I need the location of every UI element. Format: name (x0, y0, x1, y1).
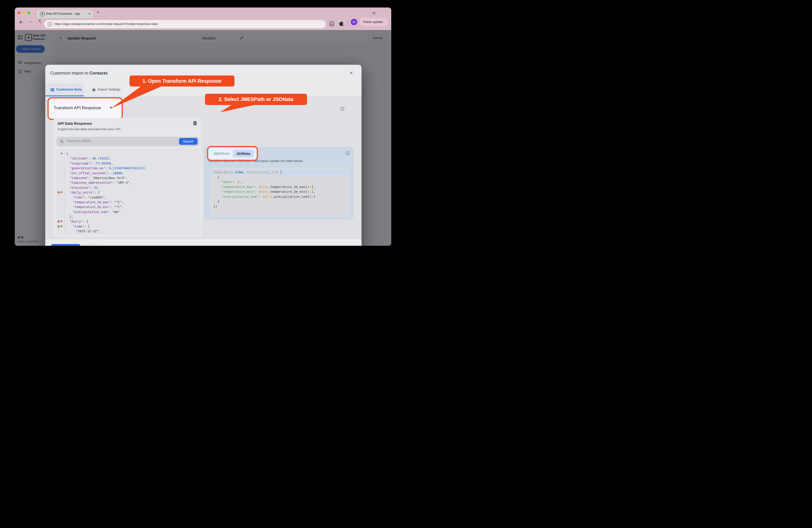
finish-update-label: Finish update (363, 20, 382, 24)
json-line: ▼"daily": { (57, 219, 199, 224)
tab-customize-data[interactable]: Customize Data (45, 83, 84, 96)
chevron-down-icon: ▼ (109, 106, 113, 109)
collapse-caret-icon[interactable]: ▼ (61, 190, 62, 195)
code-line: "temperature_max": daily.temperature_2m_… (210, 185, 348, 190)
new-tab-button[interactable]: + (97, 10, 99, 15)
profile-avatar[interactable]: m (351, 19, 357, 25)
tab-search-icon[interactable] (372, 11, 376, 15)
target-icon[interactable] (58, 191, 60, 194)
table-icon (50, 88, 55, 92)
mode-toggle-highlight: JMESPath JSONata (207, 146, 258, 161)
reload-icon[interactable] (36, 20, 41, 25)
fx-extension-icon[interactable]: fx (329, 21, 334, 27)
json-line: "generationtime_ms": 0.13148784637451172… (57, 166, 199, 171)
gear-icon (92, 88, 96, 92)
clipboard-icon[interactable] (192, 120, 198, 126)
tab-close-icon[interactable]: × (88, 12, 90, 16)
modal-footer: Save & Import Cancel (45, 239, 362, 246)
collapse-caret-icon[interactable]: ▼ (61, 219, 62, 224)
json-line: "temperature_2m_max": "°C", (57, 200, 199, 205)
extensions-puzzle-icon[interactable] (339, 21, 344, 27)
api-panel-title: API Data Response (58, 121, 92, 126)
code-rows: $map(daily.time, function($t, $i) { { "d… (210, 168, 348, 209)
code-line: }) (210, 204, 348, 209)
customize-import-modal: Customize Import to Contacts × Customize… (45, 65, 362, 246)
search-button[interactable]: Search (179, 138, 198, 145)
target-icon[interactable] (58, 220, 60, 223)
json-line: ▼"daily_units": { (57, 190, 199, 195)
info-icon[interactable] (346, 151, 350, 155)
traffic-light-close[interactable] (17, 11, 20, 14)
tab-title: Note API Connector - App (46, 12, 80, 15)
code-line: { (210, 175, 348, 180)
json-rows: ▼{"latitude": 40.710335,"longitude": -73… (57, 151, 199, 234)
svg-text:fx: fx (331, 23, 333, 25)
kebab-menu-icon[interactable]: ⋮ (382, 20, 386, 24)
finish-update-button[interactable]: Finish update ⋮ (360, 18, 388, 26)
transform-api-response-dropdown[interactable]: Transform API Response ▼ (49, 99, 121, 118)
json-search-bar: Search (57, 137, 199, 146)
json-line: "timezone_abbreviation": "GMT-5", (57, 180, 199, 185)
info-icon[interactable] (340, 107, 345, 111)
json-line: ▼"time": [ (57, 224, 199, 229)
app-page: A Note API Connector + New request Integ… (15, 30, 391, 246)
traffic-light-zoom[interactable] (28, 11, 30, 14)
code-line: "temperature_min": daily.temperature_2m_… (210, 189, 348, 194)
json-viewer[interactable]: ▼{"latitude": 40.710335,"longitude": -73… (57, 149, 199, 234)
save-import-button[interactable]: Save & Import (51, 244, 80, 246)
mode-jmespath[interactable]: JMESPath (211, 152, 232, 156)
json-line: "latitude": 40.710335, (57, 156, 199, 161)
json-line: }, (57, 214, 199, 219)
forward-icon[interactable] (28, 20, 32, 25)
cancel-button[interactable]: Cancel (84, 244, 102, 246)
browser-tab[interactable]: A Note API Connector - App × (37, 10, 93, 18)
modal-title: Customize Import to Contacts (50, 71, 108, 76)
api-panel-subtitle: Inspect the raw data returned from your … (58, 127, 121, 131)
back-icon[interactable] (19, 20, 24, 25)
json-line: "utc_offset_seconds": -18000, (57, 171, 199, 176)
code-line: "date": $t, (210, 179, 348, 185)
toolbar-separator (348, 20, 348, 25)
browser-window: A Note API Connector - App × + A https:/… (15, 8, 391, 246)
json-line: ▼{ (57, 151, 199, 156)
url-text: https://app.noteapiconnector.com/create-… (55, 22, 158, 26)
search-icon (60, 139, 64, 144)
jsonata-editor[interactable]: $map(daily.time, function($t, $i) { { "d… (210, 168, 349, 217)
search-input[interactable] (67, 139, 162, 143)
json-line: "timezone": "America/New_York", (57, 176, 199, 180)
code-line: } (210, 199, 348, 204)
json-line: "elevation": 32, (57, 185, 199, 190)
close-icon[interactable]: × (350, 70, 353, 76)
json-line: "time": "iso8601", (57, 195, 199, 200)
mode-toggle: JMESPath JSONata (209, 148, 256, 159)
json-line: "temperature_2m_min": "°C", (57, 205, 199, 209)
code-line: $map(daily.time, function($t, $i) { (210, 170, 348, 175)
json-line: "2025-12-22", (57, 229, 199, 234)
collapse-caret-icon[interactable]: ▼ (61, 224, 62, 229)
browser-tabstrip: A Note API Connector - App × + (15, 8, 391, 18)
json-line: "precipitation_sum": "mm" (57, 209, 199, 214)
api-data-response-card: API Data Response Inspect the raw data r… (54, 118, 202, 237)
tab-favicon-icon: A (40, 12, 44, 16)
json-line: "longitude": -73.99309, (57, 161, 199, 166)
traffic-light-minimize[interactable] (23, 11, 26, 14)
code-line: "precipitation_sum": daily.precipitation… (210, 194, 348, 199)
annotation-step2: 2. Select JMESPath or JSONata (205, 94, 307, 105)
collapse-caret-icon[interactable]: ▼ (61, 151, 62, 156)
target-icon[interactable] (58, 225, 60, 228)
mode-jsonata[interactable]: JSONata (233, 150, 254, 158)
url-bar[interactable]: A https://app.noteapiconnector.com/creat… (44, 20, 326, 28)
annotation-step1: 1. Open Transform API Response (130, 75, 234, 87)
browser-toolbar: A https://app.noteapiconnector.com/creat… (15, 18, 391, 30)
site-icon: A (48, 22, 52, 26)
modal-body: Transform API Response ▼ API Data Respon… (45, 96, 362, 239)
